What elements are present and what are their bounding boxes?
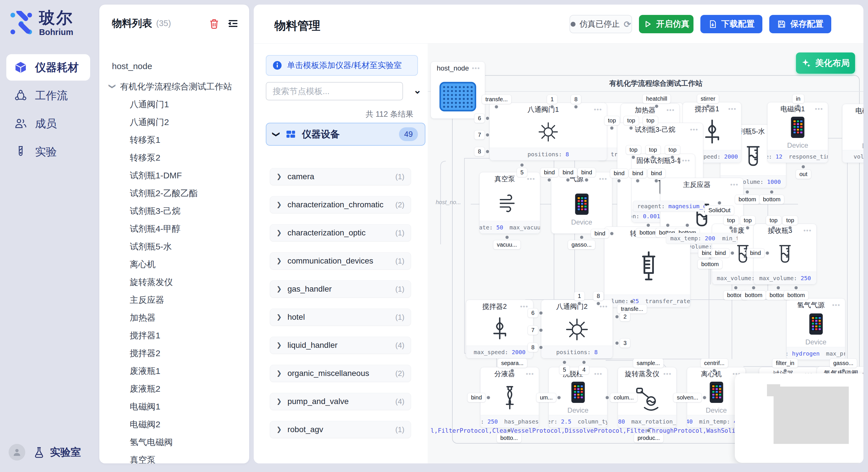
node-menu-icon[interactable]: ••• [803, 227, 812, 234]
port-chip-bind[interactable]: bind [647, 169, 665, 183]
port-chip-6[interactable]: 6 [528, 308, 543, 318]
tree-item[interactable]: 试剂瓶3-己烷 [130, 205, 181, 217]
node-menu-icon[interactable]: ••• [815, 105, 823, 113]
node-menu-icon[interactable]: ••• [594, 370, 602, 378]
port-chip-8[interactable]: 8 [570, 95, 581, 109]
tree-item[interactable]: host_node [112, 61, 152, 71]
port-chip-produc[interactable]: produc... [634, 429, 663, 443]
port-chip-bind[interactable]: bind [746, 248, 770, 258]
beautify-layout-button[interactable]: 美化布局 [796, 53, 855, 74]
node-menu-icon[interactable]: ••• [730, 181, 739, 189]
category-hotel[interactable]: ❯hotel(1) [270, 308, 411, 326]
port-chip-solven[interactable]: solven... [673, 393, 707, 402]
canvas-node-氢气气源[interactable]: 氢气气源•••Devicegas_type: hydrogenmax_press… [786, 298, 845, 360]
node-menu-icon[interactable]: ••• [728, 105, 737, 113]
category-characterization_chromatic[interactable]: ❯characterization_chromatic(2) [270, 196, 411, 213]
port-chip-5[interactable]: 5 [517, 163, 527, 177]
node-menu-icon[interactable]: ••• [832, 301, 840, 309]
category-camera[interactable]: ❯camera(1) [270, 168, 411, 185]
avatar[interactable] [9, 444, 25, 461]
port-chip-SolidOut[interactable]: SolidOut [705, 201, 734, 215]
node-menu-icon[interactable]: ••• [663, 370, 672, 378]
port-chip-um[interactable]: um... [536, 393, 561, 402]
port-chip-top[interactable]: top [740, 216, 755, 230]
sim-status-badge[interactable]: 仿真已停止 ⟳ [569, 15, 632, 33]
port-chip-bind[interactable]: bind [578, 168, 596, 182]
tree-item[interactable]: 废液瓶2 [130, 383, 160, 395]
tree-item[interactable]: 八通阀门1 [130, 99, 169, 110]
port-chip-transfe[interactable]: transfe... [482, 95, 512, 109]
port-chip-top[interactable]: top [643, 116, 658, 130]
port-chip-7[interactable]: 7 [528, 326, 543, 335]
port-chip-2[interactable]: 2 [615, 312, 630, 322]
download-config-button[interactable]: 下载配置 [701, 15, 763, 33]
category-gas_handler[interactable]: ❯gas_handler(1) [270, 280, 411, 298]
flow-canvas[interactable]: 有机化学流程综合测试工作站 host_node•••转移泵1•••transfe… [428, 43, 863, 463]
start-simulation-button[interactable]: 开启仿真 [639, 15, 693, 33]
category-organic_miscellaneous[interactable]: ❯organic_miscellaneous(2) [270, 365, 411, 382]
port-chip-vacuu[interactable]: vacuu... [493, 235, 521, 249]
port-chip-top[interactable]: top [604, 116, 620, 130]
tree-item[interactable]: ❯有机化学流程综合测试工作站 [110, 81, 232, 93]
port-chip-bind[interactable]: bind [540, 168, 559, 182]
port-chip-top[interactable]: top [665, 145, 680, 160]
sidebar-item-0[interactable]: 仪器耗材 [6, 54, 90, 80]
port-chip-4[interactable]: 4 [579, 360, 589, 374]
port-chip-bind[interactable]: bind [711, 248, 735, 258]
tree-item[interactable]: 转移泵1 [130, 134, 160, 146]
sidebar-item-3[interactable]: 实验 [6, 138, 90, 165]
sidebar-item-lab[interactable]: 实验室 [32, 445, 81, 460]
port-chip-8[interactable]: 8 [474, 147, 490, 156]
port-chip-8[interactable]: 8 [528, 343, 543, 352]
tree-item[interactable]: 废液瓶1 [130, 365, 160, 377]
port-chip-top[interactable]: top [723, 216, 739, 230]
port-chip-centrif[interactable]: centrif... [701, 359, 728, 373]
tree-item[interactable]: 试剂瓶4-甲醇 [130, 223, 181, 235]
refresh-icon[interactable]: ⟳ [624, 19, 631, 29]
port-chip-bind[interactable]: bind [467, 393, 491, 402]
tree-item[interactable]: 离心机 [130, 259, 156, 270]
node-menu-icon[interactable]: ••• [690, 126, 699, 133]
canvas-node-搅拌器2[interactable]: 搅拌器2•••max_speed: 2000 [466, 300, 533, 359]
port-chip-6[interactable]: 6 [474, 113, 490, 123]
node-menu-icon[interactable]: ••• [682, 157, 690, 164]
port-chip-separa[interactable]: separa... [497, 359, 527, 373]
group-header-equipment[interactable]: ❯ 仪器设备 49 [266, 123, 425, 146]
node-menu-icon[interactable]: ••• [527, 175, 535, 183]
chevron-collapse-icon[interactable]: ⌄ [413, 84, 422, 96]
minimap[interactable] [735, 373, 863, 463]
port-chip-botto[interactable]: botto... [497, 429, 522, 443]
tree-item[interactable]: 试剂瓶5-水 [130, 241, 172, 252]
canvas-node-电磁阀1[interactable]: 电磁阀1•••Devicevoltage: 12response_time: 0… [767, 102, 828, 163]
port-chip-bottom[interactable]: bottom [735, 190, 760, 204]
node-menu-icon[interactable]: ••• [594, 106, 602, 113]
tree-item[interactable]: 真空泵 [130, 454, 156, 463]
tree-item[interactable]: 电磁阀1 [130, 401, 160, 413]
port-chip-1[interactable]: 1 [547, 95, 557, 109]
port-chip-colum[interactable]: colum... [605, 393, 638, 402]
sidebar-item-2[interactable]: 成员 [6, 110, 90, 137]
port-chip-8[interactable]: 8 [593, 291, 603, 306]
tree-item[interactable]: 试剂瓶1-DMF [130, 170, 182, 181]
tree-item[interactable]: 主反应器 [130, 294, 164, 306]
node-menu-icon[interactable]: ••• [472, 65, 480, 72]
port-chip-bottom[interactable]: bottom [741, 285, 766, 300]
tree-item[interactable]: 氢气电磁阀 [130, 436, 173, 448]
port-chip-bind[interactable]: bind [610, 169, 628, 183]
port-chip-bind[interactable]: bind [559, 168, 577, 182]
tree-item[interactable]: 试剂瓶2-乙酸乙酯 [130, 188, 198, 199]
category-pump_and_valve[interactable]: ❯pump_and_valve(4) [270, 393, 411, 410]
canvas-node-八通阀门1[interactable]: 八通阀门1•••positions: 8 [489, 103, 607, 161]
port-chip-top[interactable]: top [782, 216, 798, 230]
port-chip-top[interactable]: top [626, 145, 641, 160]
port-chip-filter_in[interactable]: filter_in [772, 359, 798, 373]
port-chip-5[interactable]: 5 [559, 360, 570, 374]
port-chip-1[interactable]: 1 [574, 291, 585, 306]
category-liquid_handler[interactable]: ❯liquid_handler(4) [270, 337, 411, 354]
tree-item[interactable]: 搅拌器2 [130, 347, 160, 359]
tree-item[interactable]: 电磁阀2 [130, 419, 160, 430]
canvas-node-host_node[interactable]: host_node••• [431, 61, 485, 119]
port-chip-bottom[interactable]: bottom [784, 285, 809, 300]
port-chip-bind[interactable]: bind [591, 229, 614, 238]
port-chip-gasso[interactable]: gasso... [830, 359, 857, 373]
